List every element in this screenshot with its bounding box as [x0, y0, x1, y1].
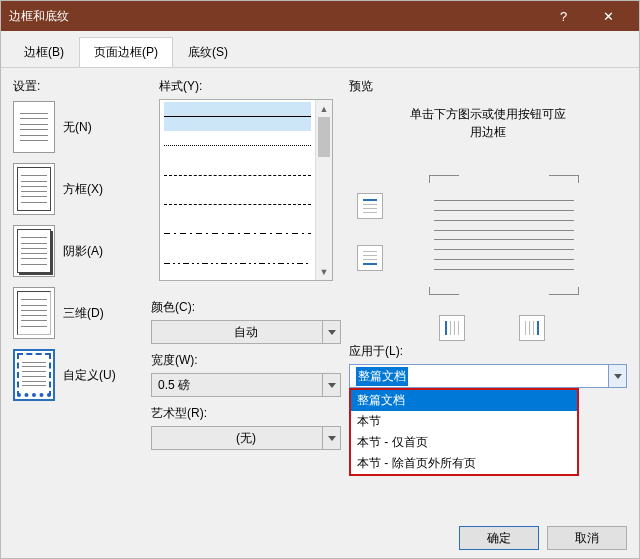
chevron-down-icon — [608, 365, 626, 387]
cancel-button[interactable]: 取消 — [547, 526, 627, 550]
style-option-solid[interactable] — [164, 102, 311, 131]
svg-rect-8 — [445, 321, 447, 335]
preview-column: 预览 单击下方图示或使用按钮可应用边框 — [349, 78, 627, 450]
setting-box-icon — [13, 163, 55, 215]
chevron-down-icon — [322, 321, 340, 343]
border-left-button[interactable] — [439, 315, 465, 341]
settings-label: 设置: — [13, 78, 143, 95]
svg-rect-5 — [363, 251, 377, 252]
dialog-window: 边框和底纹 ? ✕ 边框(B) 页面边框(P) 底纹(S) 设置: 无(N) 方… — [0, 0, 640, 559]
svg-rect-0 — [363, 199, 377, 201]
scroll-up-icon[interactable]: ▲ — [316, 100, 332, 117]
apply-option-1[interactable]: 本节 — [351, 411, 577, 432]
dialog-footer: 确定 取消 — [459, 526, 627, 550]
setting-none-label: 无(N) — [63, 119, 92, 136]
setting-box-label: 方框(X) — [63, 181, 103, 198]
svg-rect-4 — [363, 263, 377, 265]
width-combo[interactable]: 0.5 磅 — [151, 373, 341, 397]
preview-area — [349, 157, 627, 337]
apply-to-label: 应用于(L): — [349, 343, 627, 360]
setting-none[interactable]: 无(N) — [13, 101, 143, 153]
apply-to-value: 整篇文档 — [356, 367, 408, 386]
svg-rect-11 — [458, 321, 459, 335]
preview-label: 预览 — [349, 78, 627, 95]
setting-box[interactable]: 方框(X) — [13, 163, 143, 215]
art-value: (无) — [236, 430, 256, 447]
svg-rect-10 — [454, 321, 455, 335]
svg-rect-7 — [363, 259, 377, 260]
art-label: 艺术型(R): — [151, 405, 341, 422]
tab-page-border[interactable]: 页面边框(P) — [79, 37, 173, 67]
border-right-button[interactable] — [519, 315, 545, 341]
setting-custom-label: 自定义(U) — [63, 367, 116, 384]
svg-rect-14 — [529, 321, 530, 335]
close-button[interactable]: ✕ — [586, 1, 631, 31]
tab-border[interactable]: 边框(B) — [9, 37, 79, 67]
setting-none-icon — [13, 101, 55, 153]
tab-bar: 边框(B) 页面边框(P) 底纹(S) — [1, 31, 639, 68]
style-label: 样式(Y): — [159, 78, 333, 95]
apply-to-combo[interactable]: 整篇文档 整篇文档 本节 本节 - 仅首页 本节 - 除首页外所有页 — [349, 364, 627, 388]
svg-rect-15 — [533, 321, 534, 335]
art-combo[interactable]: (无) — [151, 426, 341, 450]
svg-rect-13 — [525, 321, 526, 335]
style-column: 样式(Y): ▲ ▼ — [151, 78, 341, 450]
apply-option-2[interactable]: 本节 - 仅首页 — [351, 432, 577, 453]
preview-page[interactable] — [419, 175, 589, 295]
style-option-dashdot[interactable] — [164, 219, 311, 248]
setting-3d-icon — [13, 287, 55, 339]
chevron-down-icon — [322, 427, 340, 449]
color-label: 颜色(C): — [151, 299, 341, 316]
help-button[interactable]: ? — [541, 1, 586, 31]
border-top-button[interactable] — [357, 193, 383, 219]
svg-rect-1 — [363, 204, 377, 205]
width-value: 0.5 磅 — [158, 377, 190, 394]
setting-3d[interactable]: 三维(D) — [13, 287, 143, 339]
preview-hint: 单击下方图示或使用按钮可应用边框 — [349, 105, 627, 141]
svg-rect-3 — [363, 212, 377, 213]
apply-option-0[interactable]: 整篇文档 — [351, 390, 577, 411]
svg-rect-2 — [363, 208, 377, 209]
chevron-down-icon — [322, 374, 340, 396]
tab-shading[interactable]: 底纹(S) — [173, 37, 243, 67]
svg-rect-9 — [450, 321, 451, 335]
window-title: 边框和底纹 — [9, 8, 541, 25]
style-listbox[interactable]: ▲ ▼ — [159, 99, 333, 281]
titlebar: 边框和底纹 ? ✕ — [1, 1, 639, 31]
scroll-down-icon[interactable]: ▼ — [316, 263, 332, 280]
setting-custom-icon — [13, 349, 55, 401]
style-scrollbar[interactable]: ▲ ▼ — [315, 100, 332, 280]
svg-rect-12 — [537, 321, 539, 335]
apply-option-3[interactable]: 本节 - 除首页外所有页 — [351, 453, 577, 474]
color-combo[interactable]: 自动 — [151, 320, 341, 344]
ok-button[interactable]: 确定 — [459, 526, 539, 550]
setting-shadow[interactable]: 阴影(A) — [13, 225, 143, 277]
style-option-dashdotdot[interactable] — [164, 249, 311, 278]
setting-3d-label: 三维(D) — [63, 305, 104, 322]
border-bottom-button[interactable] — [357, 245, 383, 271]
width-label: 宽度(W): — [151, 352, 341, 369]
settings-column: 设置: 无(N) 方框(X) 阴影(A) 三维(D) 自定义(U) — [13, 78, 143, 450]
setting-shadow-label: 阴影(A) — [63, 243, 103, 260]
style-option-dashed[interactable] — [164, 161, 311, 190]
setting-custom[interactable]: 自定义(U) — [13, 349, 143, 401]
style-option-dashed2[interactable] — [164, 190, 311, 219]
setting-shadow-icon — [13, 225, 55, 277]
svg-rect-6 — [363, 255, 377, 256]
content-area: 设置: 无(N) 方框(X) 阴影(A) 三维(D) 自定义(U) — [1, 68, 639, 498]
style-option-dotted[interactable] — [164, 131, 311, 160]
color-value: 自动 — [234, 324, 258, 341]
apply-to-dropdown: 整篇文档 本节 本节 - 仅首页 本节 - 除首页外所有页 — [349, 388, 579, 476]
